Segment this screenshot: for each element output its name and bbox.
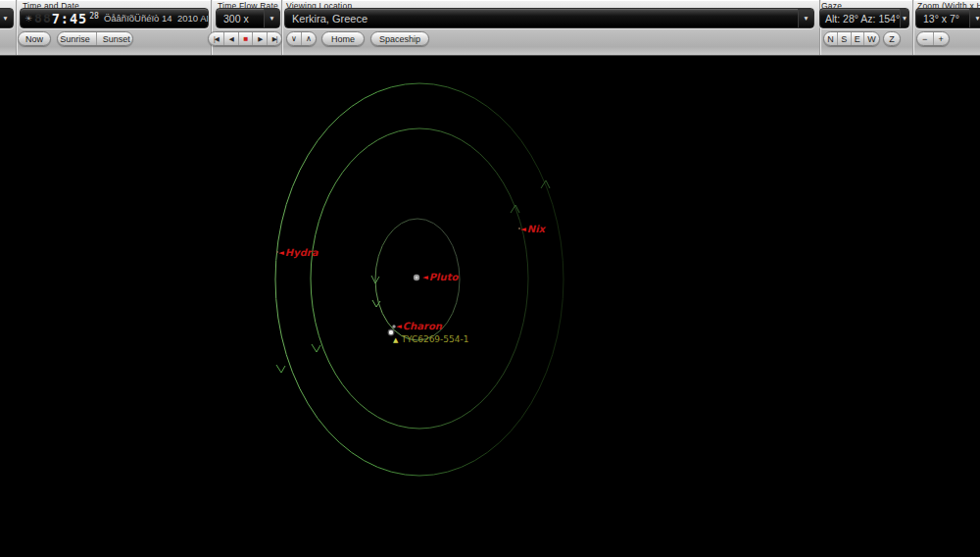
orbit-direction-arrow xyxy=(276,365,285,373)
compass-group: N S E W xyxy=(823,31,880,46)
sun-icon: ☀ xyxy=(24,14,32,24)
dropdown-arrow-icon[interactable]: ▼ xyxy=(969,9,980,27)
orbit-direction-arrow xyxy=(511,205,519,213)
stop-button[interactable]: ■ xyxy=(238,32,253,45)
sky-orbit-map xyxy=(0,0,980,557)
sunset-button[interactable]: Sunset xyxy=(96,32,136,45)
time-value[interactable]: 7:45 xyxy=(52,11,88,26)
divider xyxy=(281,0,282,55)
compass-south-button[interactable]: S xyxy=(837,32,851,45)
charon-label[interactable]: ◄Charon xyxy=(396,321,442,331)
zoom-value: 13° x 7° xyxy=(916,13,959,25)
time-playback-controls: |◀ ◀ ■ ▶ ▶| xyxy=(208,31,282,46)
viewing-location-value: Kerkira, Greece xyxy=(285,13,368,25)
sunrise-sunset-group: Sunrise Sunset xyxy=(57,31,133,46)
zoom-out-button[interactable]: − xyxy=(917,32,933,45)
dropdown-arrow-icon[interactable]: ▼ xyxy=(900,9,908,27)
zoom-select[interactable]: 13° x 7° ▼ xyxy=(915,8,980,28)
gaze-value: Alt: 28° Az: 154° xyxy=(820,13,900,25)
ghost-digits: 88 xyxy=(34,11,52,25)
dropdown-arrow-icon[interactable]: ▼ xyxy=(264,9,279,27)
time-date-display[interactable]: ☀ 88 7:45 28 ÖåâñïõÜñéïò 14 2010 AD ▼ xyxy=(20,8,209,28)
divider xyxy=(211,0,212,55)
now-button[interactable]: Now xyxy=(18,31,51,46)
play-forward-button[interactable]: ▶ xyxy=(252,32,267,45)
left-pointer-icon: ◄ xyxy=(278,248,284,257)
nix-label[interactable]: ◄Nix xyxy=(520,224,545,234)
step-forward-button[interactable]: ▶| xyxy=(267,32,281,45)
seconds-value[interactable]: 28 xyxy=(89,12,99,21)
star-triangle-icon: ▲ xyxy=(393,336,398,344)
date-value[interactable]: ÖåâñïõÜñéïò 14 2010 AD xyxy=(104,13,209,24)
gaze-down-button[interactable]: ∨ xyxy=(287,32,301,45)
dropdown-arrow-icon[interactable]: ▼ xyxy=(0,9,13,27)
pluto-label[interactable]: ◄Pluto xyxy=(422,272,458,282)
zoom-in-button[interactable]: + xyxy=(933,32,950,45)
time-flow-rate-select[interactable]: 300 x ▼ xyxy=(216,8,280,28)
hydra-orbit xyxy=(275,83,564,476)
time-flow-rate-value: 300 x xyxy=(217,13,249,25)
play-reverse-button[interactable]: ◀ xyxy=(223,32,238,45)
gaze-select[interactable]: Alt: 28° Az: 154° ▼ xyxy=(819,8,909,28)
sunrise-button[interactable]: Sunrise xyxy=(54,32,96,45)
zoom-buttons-group: − + xyxy=(916,31,950,46)
left-pointer-icon: ◄ xyxy=(520,225,526,233)
viewing-location-select[interactable]: Kerkira, Greece ▼ xyxy=(284,8,814,28)
edge-dropdown[interactable]: ▼ xyxy=(0,8,14,28)
left-pointer-icon: ◄ xyxy=(422,273,428,281)
home-button[interactable]: Home xyxy=(321,31,365,46)
hydra-label[interactable]: ◄Hydra xyxy=(278,247,318,258)
toolbar: ▼ Time and Date ☀ 88 7:45 28 ÖåâñïõÜñéïò… xyxy=(0,0,980,56)
compass-west-button[interactable]: W xyxy=(863,32,879,45)
star-label[interactable]: ▲TYC6269-554-1 xyxy=(393,334,468,344)
gaze-nudge-group: ∨ ∧ xyxy=(286,31,317,46)
pluto-marker[interactable] xyxy=(414,275,419,280)
compass-north-button[interactable]: N xyxy=(824,32,837,45)
zenith-button[interactable]: Z xyxy=(883,31,901,46)
step-back-button[interactable]: |◀ xyxy=(209,32,223,45)
divider xyxy=(16,0,17,55)
orbit-direction-arrow xyxy=(312,344,320,352)
left-pointer-icon: ◄ xyxy=(396,322,402,330)
compass-east-button[interactable]: E xyxy=(851,32,864,45)
spaceship-button[interactable]: Spaceship xyxy=(370,31,429,46)
dropdown-arrow-icon[interactable]: ▼ xyxy=(798,9,813,27)
gaze-up-button[interactable]: ∧ xyxy=(301,32,316,45)
divider xyxy=(912,0,913,55)
